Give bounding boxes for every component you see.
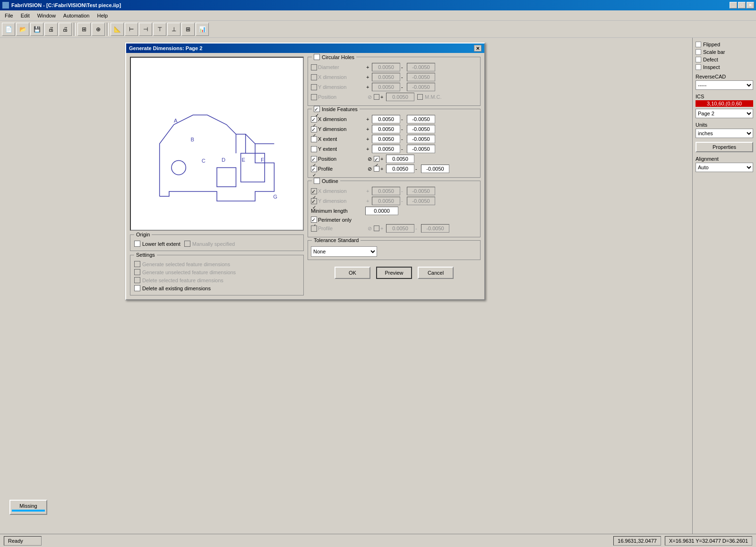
toolbar-dim4[interactable]: ⊥ (167, 23, 180, 36)
if-xext-minus[interactable] (407, 135, 435, 143)
toolbar-sep1 (74, 23, 76, 36)
if-ydim-minus[interactable] (407, 125, 435, 133)
if-xext-label: X extent (318, 136, 365, 142)
if-profile-plus[interactable] (386, 165, 414, 173)
menu-bar: File Edit Window Automation Help (0, 10, 756, 21)
minimize-btn[interactable]: _ (730, 2, 737, 9)
status-coords: 16.9631,32.0477 (613, 536, 661, 546)
if-position-checkbox2[interactable]: ✓ (374, 156, 379, 162)
ch-position-checkbox2 (374, 94, 379, 100)
units-select[interactable]: inches mm (696, 129, 753, 138)
toolbar-dim1[interactable]: ⊢ (125, 23, 138, 36)
ch-xdim-checkbox (311, 74, 317, 80)
inside-features-label: ✓ Inside Features (312, 106, 360, 112)
close-btn[interactable]: ✕ (747, 2, 754, 9)
ol-profile-row: Profile ⊘ + - (311, 224, 477, 233)
if-xext-checkbox[interactable] (311, 136, 317, 142)
if-profile-checkbox2[interactable] (374, 166, 379, 172)
inspect-label: Inspect (703, 64, 720, 70)
dialog-close-button[interactable]: ✕ (474, 45, 481, 52)
setting-del-all: Delete all existing dimensions (134, 285, 300, 291)
if-profile-minus[interactable] (421, 165, 449, 173)
outline-checkbox[interactable] (314, 178, 320, 184)
tolerance-standard-select[interactable]: None ISO ANSI (311, 246, 377, 257)
if-position-plus[interactable] (386, 155, 414, 163)
ol-ydim-checkbox: ✓ (311, 198, 317, 204)
lower-left-checkbox[interactable] (134, 241, 140, 247)
menu-help[interactable]: Help (93, 12, 112, 19)
dialog-left: A B C D E F G Origin Lower (130, 57, 304, 295)
reversecad-select[interactable]: ----- (696, 80, 753, 90)
toolbar-print2[interactable]: 🖨 (59, 23, 72, 36)
if-xdim-label: X dimension (318, 116, 365, 122)
circular-holes-label: Circular Holes (312, 54, 356, 61)
status-coords-text: 16.9631,32.0477 (618, 538, 657, 544)
missing-button[interactable]: Missing (9, 500, 47, 515)
if-xdim-plus[interactable] (372, 115, 400, 123)
ol-profile-plus (386, 224, 414, 233)
del-all-checkbox[interactable] (134, 285, 140, 291)
ch-position-row: Position ⊘ + M.M.C. (311, 93, 477, 101)
circular-holes-checkbox[interactable] (314, 54, 320, 60)
page-select[interactable]: Page 2 Page 1 (696, 109, 753, 118)
flipped-checkbox[interactable] (696, 42, 701, 47)
defect-checkbox[interactable] (696, 57, 701, 62)
toolbar: 📄 📂 💾 🖨 🖨 ⊞ ⊕ 📐 ⊢ ⊣ ⊤ ⊥ ⊞ 📊 (0, 21, 756, 38)
inspect-checkbox[interactable] (696, 64, 701, 70)
settings-items: Generate selected feature dimensions Gen… (134, 261, 300, 291)
app-title: FabriVISION - [C:\FabriVISION\Test piece… (11, 2, 121, 8)
manually-item: Manually specified (184, 241, 235, 247)
manually-checkbox (184, 241, 190, 247)
ol-ydim-label: Y dimension (318, 198, 365, 204)
ol-ydim-row: ✓ Y dimension + - (311, 197, 477, 205)
toolbar-report[interactable]: 📊 (196, 23, 209, 36)
preview-box: A B C D E F G (130, 57, 304, 231)
preview-button[interactable]: Preview (376, 267, 412, 279)
scalebar-checkbox[interactable] (696, 49, 701, 55)
if-position-checkbox[interactable]: ✓ (311, 156, 317, 162)
toolbar-save[interactable]: 💾 (30, 23, 43, 36)
properties-button[interactable]: Properties (696, 142, 753, 152)
alignment-select[interactable]: Auto Manual (696, 163, 753, 172)
cancel-button[interactable]: Cancel (418, 267, 454, 279)
maximize-btn[interactable]: □ (738, 2, 746, 9)
toolbar-scan[interactable]: ⊞ (77, 23, 91, 36)
ol-profile-checkbox2 (374, 226, 379, 231)
ol-perimeter-checkbox[interactable]: ✓ (311, 217, 317, 223)
if-xdim-minus[interactable] (407, 115, 435, 123)
inside-features-checkbox[interactable]: ✓ (314, 106, 320, 112)
if-position-row: ✓ Position ⊘ ✓ + (311, 155, 477, 163)
ol-minlength-input[interactable] (365, 207, 398, 215)
if-profile-checkbox[interactable]: ✓ (311, 166, 317, 172)
if-yext-label: Y extent (318, 146, 365, 152)
dialog-title: Generate Dimensions: Page 2 (129, 45, 202, 51)
if-xext-plus[interactable] (372, 135, 400, 143)
if-ydim-checkbox[interactable]: ✓ (311, 126, 317, 132)
toolbar-new[interactable]: 📄 (2, 23, 15, 36)
if-yext-checkbox[interactable] (311, 146, 317, 152)
alignment-label: Alignment (696, 156, 753, 162)
if-ydim-plus[interactable] (372, 125, 400, 133)
menu-window[interactable]: Window (34, 12, 60, 19)
menu-edit[interactable]: Edit (17, 12, 34, 19)
window-controls[interactable]: _ □ ✕ (730, 2, 754, 9)
ics-value: 3,10,60,(0,0,60 (696, 100, 753, 107)
tolerance-standard-label: Tolerance Standard (312, 237, 361, 243)
menu-file[interactable]: File (1, 12, 17, 19)
tolerance-standard-group: Tolerance Standard None ISO ANSI (308, 240, 481, 260)
if-ydim-row: ✓ Y dimension + - (311, 125, 477, 133)
part-drawing: A B C D E F G (131, 58, 303, 230)
menu-automation[interactable]: Automation (60, 12, 94, 19)
toolbar-print[interactable]: 🖨 (44, 23, 58, 36)
toolbar-calibrate[interactable]: ⊕ (92, 23, 105, 36)
ok-button[interactable]: OK (335, 267, 370, 279)
alignment-section: Alignment Auto Manual (696, 156, 753, 172)
if-yext-minus[interactable] (407, 145, 435, 153)
if-yext-plus[interactable] (372, 145, 400, 153)
toolbar-dim3[interactable]: ⊤ (153, 23, 166, 36)
toolbar-dim5[interactable]: ⊞ (181, 23, 195, 36)
units-label: Units (696, 122, 753, 128)
toolbar-measure[interactable]: 📐 (111, 23, 124, 36)
toolbar-open[interactable]: 📂 (16, 23, 29, 36)
toolbar-dim2[interactable]: ⊣ (139, 23, 152, 36)
